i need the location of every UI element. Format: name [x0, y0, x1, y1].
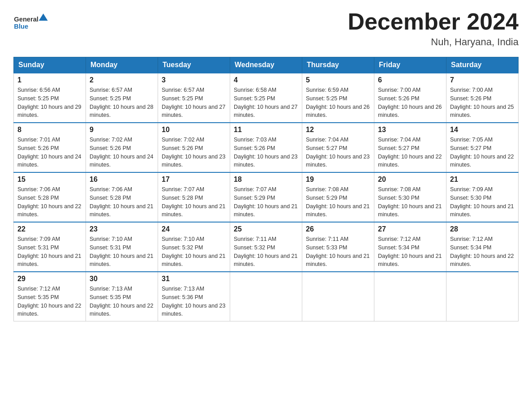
day-number: 13 [378, 126, 442, 134]
calendar-week-row: 15Sunrise: 7:06 AMSunset: 5:28 PMDayligh… [14, 172, 519, 222]
calendar-week-row: 22Sunrise: 7:09 AMSunset: 5:31 PMDayligh… [14, 222, 519, 272]
weekday-header-wednesday: Wednesday [230, 57, 302, 73]
day-info: Sunrise: 7:00 AMSunset: 5:26 PMDaylight:… [378, 86, 442, 120]
day-number: 22 [17, 225, 82, 233]
calendar-day-cell: 10Sunrise: 7:02 AMSunset: 5:26 PMDayligh… [158, 123, 230, 172]
day-info: Sunrise: 7:09 AMSunset: 5:31 PMDaylight:… [17, 235, 82, 269]
day-info: Sunrise: 7:11 AMSunset: 5:32 PMDaylight:… [234, 235, 298, 269]
day-number: 12 [306, 126, 370, 134]
calendar-day-cell: 5Sunrise: 6:59 AMSunset: 5:25 PMDaylight… [302, 73, 374, 123]
day-number: 15 [17, 176, 82, 184]
calendar-day-cell: 2Sunrise: 6:57 AMSunset: 5:25 PMDaylight… [86, 73, 158, 123]
day-info: Sunrise: 7:09 AMSunset: 5:30 PMDaylight:… [450, 185, 515, 219]
calendar-day-cell [374, 272, 446, 321]
calendar-day-cell: 19Sunrise: 7:08 AMSunset: 5:29 PMDayligh… [302, 172, 374, 222]
calendar-day-cell: 31Sunrise: 7:13 AMSunset: 5:36 PMDayligh… [158, 272, 230, 321]
calendar-day-cell: 30Sunrise: 7:13 AMSunset: 5:35 PMDayligh… [86, 272, 158, 321]
day-number: 2 [90, 76, 154, 84]
day-info: Sunrise: 6:59 AMSunset: 5:25 PMDaylight:… [306, 86, 370, 120]
calendar-day-cell [230, 272, 302, 321]
day-info: Sunrise: 7:04 AMSunset: 5:27 PMDaylight:… [378, 136, 442, 169]
calendar-day-cell [302, 272, 374, 321]
calendar-title: December 2024 [348, 9, 519, 34]
calendar-day-cell: 1Sunrise: 6:56 AMSunset: 5:25 PMDaylight… [14, 73, 86, 123]
day-number: 16 [90, 176, 154, 184]
day-number: 18 [234, 176, 298, 184]
day-number: 17 [162, 176, 226, 184]
calendar-day-cell: 17Sunrise: 7:07 AMSunset: 5:28 PMDayligh… [158, 172, 230, 222]
calendar-day-cell: 18Sunrise: 7:07 AMSunset: 5:29 PMDayligh… [230, 172, 302, 222]
calendar-day-cell: 9Sunrise: 7:02 AMSunset: 5:26 PMDaylight… [86, 123, 158, 172]
calendar-week-row: 29Sunrise: 7:12 AMSunset: 5:35 PMDayligh… [14, 272, 519, 321]
calendar-subtitle: Nuh, Haryana, India [348, 36, 519, 48]
day-info: Sunrise: 7:03 AMSunset: 5:26 PMDaylight:… [234, 136, 298, 169]
day-number: 1 [17, 76, 82, 84]
calendar-day-cell: 23Sunrise: 7:10 AMSunset: 5:31 PMDayligh… [86, 222, 158, 272]
logo: General Blue [13, 9, 49, 34]
day-info: Sunrise: 7:06 AMSunset: 5:28 PMDaylight:… [17, 185, 82, 219]
day-number: 10 [162, 126, 226, 134]
day-info: Sunrise: 6:58 AMSunset: 5:25 PMDaylight:… [234, 86, 298, 120]
weekday-header-monday: Monday [86, 57, 158, 73]
day-number: 29 [17, 275, 82, 283]
day-number: 30 [90, 275, 154, 283]
day-number: 14 [450, 126, 515, 134]
weekday-header-sunday: Sunday [14, 57, 86, 73]
calendar-day-cell: 11Sunrise: 7:03 AMSunset: 5:26 PMDayligh… [230, 123, 302, 172]
day-number: 26 [306, 225, 370, 233]
day-info: Sunrise: 7:07 AMSunset: 5:29 PMDaylight:… [234, 185, 298, 219]
calendar-day-cell: 16Sunrise: 7:06 AMSunset: 5:28 PMDayligh… [86, 172, 158, 222]
weekday-header-thursday: Thursday [302, 57, 374, 73]
calendar-day-cell: 22Sunrise: 7:09 AMSunset: 5:31 PMDayligh… [14, 222, 86, 272]
day-number: 27 [378, 225, 442, 233]
day-info: Sunrise: 6:57 AMSunset: 5:25 PMDaylight:… [90, 86, 154, 120]
day-number: 7 [450, 76, 515, 84]
day-info: Sunrise: 7:13 AMSunset: 5:36 PMDaylight:… [162, 285, 226, 318]
day-info: Sunrise: 6:57 AMSunset: 5:25 PMDaylight:… [162, 86, 226, 120]
calendar-day-cell: 27Sunrise: 7:12 AMSunset: 5:34 PMDayligh… [374, 222, 446, 272]
page-header: General Blue December 2024 Nuh, Haryana,… [13, 9, 519, 48]
day-info: Sunrise: 7:10 AMSunset: 5:31 PMDaylight:… [90, 235, 154, 269]
calendar-day-cell: 8Sunrise: 7:01 AMSunset: 5:26 PMDaylight… [14, 123, 86, 172]
svg-text:Blue: Blue [14, 23, 28, 30]
day-info: Sunrise: 7:07 AMSunset: 5:28 PMDaylight:… [162, 185, 226, 219]
title-block: December 2024 Nuh, Haryana, India [348, 9, 519, 48]
calendar-day-cell: 26Sunrise: 7:11 AMSunset: 5:33 PMDayligh… [302, 222, 374, 272]
day-info: Sunrise: 7:04 AMSunset: 5:27 PMDaylight:… [306, 136, 370, 169]
day-info: Sunrise: 7:08 AMSunset: 5:30 PMDaylight:… [378, 185, 442, 219]
day-info: Sunrise: 7:12 AMSunset: 5:34 PMDaylight:… [450, 235, 515, 269]
weekday-header-friday: Friday [374, 57, 446, 73]
day-info: Sunrise: 7:02 AMSunset: 5:26 PMDaylight:… [90, 136, 154, 169]
calendar-week-row: 1Sunrise: 6:56 AMSunset: 5:25 PMDaylight… [14, 73, 519, 123]
day-info: Sunrise: 7:08 AMSunset: 5:29 PMDaylight:… [306, 185, 370, 219]
day-info: Sunrise: 6:56 AMSunset: 5:25 PMDaylight:… [17, 86, 82, 120]
logo-image: General Blue [13, 9, 49, 34]
day-info: Sunrise: 7:12 AMSunset: 5:34 PMDaylight:… [378, 235, 442, 269]
day-info: Sunrise: 7:13 AMSunset: 5:35 PMDaylight:… [90, 285, 154, 318]
day-number: 5 [306, 76, 370, 84]
day-number: 31 [162, 275, 226, 283]
calendar-week-row: 8Sunrise: 7:01 AMSunset: 5:26 PMDaylight… [14, 123, 519, 172]
day-info: Sunrise: 7:01 AMSunset: 5:26 PMDaylight:… [17, 136, 82, 169]
day-number: 24 [162, 225, 226, 233]
calendar-day-cell: 7Sunrise: 7:00 AMSunset: 5:26 PMDaylight… [446, 73, 519, 123]
calendar-day-cell: 14Sunrise: 7:05 AMSunset: 5:27 PMDayligh… [446, 123, 519, 172]
calendar-body: 1Sunrise: 6:56 AMSunset: 5:25 PMDaylight… [14, 73, 519, 321]
calendar-day-cell: 12Sunrise: 7:04 AMSunset: 5:27 PMDayligh… [302, 123, 374, 172]
day-info: Sunrise: 7:02 AMSunset: 5:26 PMDaylight:… [162, 136, 226, 169]
calendar-day-cell: 20Sunrise: 7:08 AMSunset: 5:30 PMDayligh… [374, 172, 446, 222]
calendar-header: SundayMondayTuesdayWednesdayThursdayFrid… [14, 57, 519, 73]
day-number: 19 [306, 176, 370, 184]
calendar-day-cell: 13Sunrise: 7:04 AMSunset: 5:27 PMDayligh… [374, 123, 446, 172]
day-number: 9 [90, 126, 154, 134]
svg-marker-1 [39, 13, 48, 21]
day-number: 20 [378, 176, 442, 184]
calendar-day-cell: 21Sunrise: 7:09 AMSunset: 5:30 PMDayligh… [446, 172, 519, 222]
calendar-day-cell: 28Sunrise: 7:12 AMSunset: 5:34 PMDayligh… [446, 222, 519, 272]
day-number: 25 [234, 225, 298, 233]
day-number: 4 [234, 76, 298, 84]
day-number: 3 [162, 76, 226, 84]
day-number: 6 [378, 76, 442, 84]
day-info: Sunrise: 7:00 AMSunset: 5:26 PMDaylight:… [450, 86, 515, 120]
calendar-day-cell: 3Sunrise: 6:57 AMSunset: 5:25 PMDaylight… [158, 73, 230, 123]
